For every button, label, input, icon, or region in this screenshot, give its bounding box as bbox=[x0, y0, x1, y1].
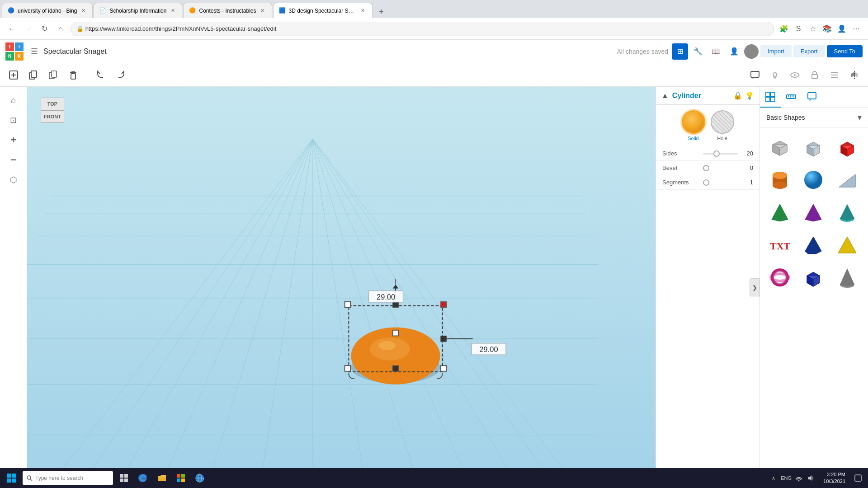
back-button[interactable]: ← bbox=[5, 23, 18, 35]
shapes-header: Basic Shapes ▾ bbox=[760, 108, 868, 127]
notes-tab[interactable] bbox=[802, 87, 822, 108]
rulers-tab[interactable] bbox=[781, 87, 802, 108]
clock[interactable]: 3:20 PM 10/3/2021 bbox=[821, 471, 848, 485]
tab-3[interactable]: 🟠 Contests - Instructables ✕ bbox=[183, 3, 272, 18]
favorites-icon[interactable]: ☆ bbox=[807, 23, 819, 35]
delete-button[interactable] bbox=[65, 67, 81, 83]
taskbar-edge-icon[interactable] bbox=[135, 470, 151, 486]
redo-button[interactable] bbox=[113, 67, 129, 83]
panel-collapse-icon[interactable]: ▲ bbox=[661, 92, 669, 100]
hole-shape-option[interactable]: Hole bbox=[711, 110, 734, 141]
view-cube[interactable]: TOP FRONT bbox=[34, 94, 71, 130]
shapes-dropdown[interactable]: ▾ bbox=[858, 113, 862, 122]
tinkercad-logo[interactable]: T I N K bbox=[5, 42, 24, 61]
tab-2-close[interactable]: ✕ bbox=[169, 7, 176, 14]
shape-pyramid-green[interactable] bbox=[765, 198, 794, 227]
taskbar-explorer-icon[interactable] bbox=[154, 470, 170, 486]
lock-icon[interactable]: 🔒 bbox=[733, 91, 742, 100]
undo-button[interactable] bbox=[93, 67, 109, 83]
sides-slider[interactable] bbox=[703, 153, 738, 155]
view-cube-top[interactable]: TOP bbox=[41, 98, 64, 110]
copy-button[interactable] bbox=[25, 67, 42, 83]
svg-rect-4 bbox=[31, 71, 37, 77]
light-button[interactable] bbox=[767, 67, 783, 83]
viewport[interactable]: 29.00 29.00 TOP FRONT Edit Grid Snap Gri… bbox=[27, 87, 656, 488]
address-bar[interactable]: 🔒 https://www.tinkercad.com/things/2PmNX… bbox=[71, 22, 774, 36]
lock-button[interactable] bbox=[807, 67, 823, 83]
panel-chevron[interactable]: ❯ bbox=[750, 278, 760, 296]
mirror-button[interactable] bbox=[846, 67, 863, 83]
fit-view-icon[interactable]: ⊡ bbox=[5, 112, 22, 128]
reload-button[interactable]: ↻ bbox=[38, 23, 51, 35]
taskbar-browser2-icon[interactable] bbox=[192, 470, 208, 486]
solid-shape-option[interactable]: Solid bbox=[682, 110, 705, 141]
profile-icon[interactable]: S bbox=[792, 23, 805, 35]
tray-network-icon[interactable] bbox=[793, 473, 804, 483]
collections-icon[interactable]: 📚 bbox=[821, 23, 834, 35]
forward-button[interactable]: → bbox=[22, 23, 34, 35]
new-tab-button[interactable]: + bbox=[375, 5, 388, 18]
shape-sphere[interactable] bbox=[799, 165, 828, 194]
start-button[interactable] bbox=[4, 470, 20, 486]
tab-3-close[interactable]: ✕ bbox=[259, 7, 266, 14]
duplicate-button[interactable] bbox=[45, 67, 61, 83]
user-avatar[interactable] bbox=[744, 44, 759, 59]
export-button[interactable]: Export bbox=[793, 45, 825, 57]
shape-pyramid-purple[interactable] bbox=[799, 198, 828, 227]
taskbar-view-icon[interactable] bbox=[116, 470, 132, 486]
extensions-icon[interactable]: 🧩 bbox=[778, 23, 790, 35]
settings-icon[interactable]: ⋯ bbox=[850, 23, 863, 35]
shape-cone-gray[interactable] bbox=[833, 263, 862, 292]
zoom-in-icon[interactable]: + bbox=[5, 132, 22, 148]
hole-shape-icon[interactable] bbox=[711, 110, 734, 134]
menu-icon[interactable]: ☰ bbox=[31, 47, 38, 56]
segments-circle[interactable] bbox=[703, 179, 709, 186]
wrench-button[interactable]: 🔧 bbox=[690, 43, 706, 60]
tray-expand-icon[interactable]: ∧ bbox=[768, 473, 779, 483]
zoom-out-icon[interactable]: − bbox=[5, 152, 22, 168]
sides-slider-thumb[interactable] bbox=[713, 150, 720, 157]
align-button[interactable] bbox=[826, 67, 843, 83]
taskbar-store-icon[interactable] bbox=[173, 470, 189, 486]
bulb-icon[interactable]: 💡 bbox=[745, 91, 754, 100]
new-shape-button[interactable] bbox=[5, 67, 22, 83]
shape-cylinder[interactable] bbox=[765, 165, 794, 194]
shape-text[interactable]: TXT bbox=[765, 230, 794, 259]
tray-volume-icon[interactable] bbox=[806, 473, 817, 483]
taskbar-search-box[interactable] bbox=[23, 471, 113, 485]
tab-4-close[interactable]: ✕ bbox=[359, 7, 367, 14]
view-cube-front[interactable]: FRONT bbox=[41, 110, 64, 123]
perspective-icon[interactable]: ⬡ bbox=[5, 172, 22, 188]
home-view-icon[interactable]: ⌂ bbox=[5, 92, 22, 108]
grid-view-button[interactable]: ⊞ bbox=[672, 43, 688, 60]
hide-button[interactable] bbox=[787, 67, 803, 83]
tab-4[interactable]: 🟦 3D design Spectacular Snaget | ✕ bbox=[273, 3, 373, 18]
shape-cube-red[interactable] bbox=[833, 133, 862, 162]
import-button[interactable]: Import bbox=[760, 45, 792, 57]
svg-rect-8 bbox=[751, 71, 759, 77]
shape-cone-teal[interactable] bbox=[833, 198, 862, 227]
send-to-button[interactable]: Send To bbox=[827, 45, 863, 57]
notification-button[interactable] bbox=[852, 472, 864, 484]
shape-torus[interactable] bbox=[765, 263, 794, 292]
taskbar-search-input[interactable] bbox=[35, 475, 108, 481]
shape-box[interactable] bbox=[765, 133, 794, 162]
shape-wedge[interactable] bbox=[833, 165, 862, 194]
home-button[interactable]: ⌂ bbox=[54, 23, 67, 35]
bevel-circle[interactable] bbox=[703, 165, 709, 171]
tray-lang-icon[interactable]: ENG bbox=[781, 473, 792, 483]
tab-1-close[interactable]: ✕ bbox=[80, 7, 87, 14]
shape-prism[interactable] bbox=[799, 230, 828, 259]
user-profile-icon[interactable]: 👤 bbox=[835, 23, 848, 35]
shape-triangle[interactable] bbox=[833, 230, 862, 259]
shape-box-alt[interactable] bbox=[799, 133, 828, 162]
add-user-button[interactable]: 👤 bbox=[726, 43, 742, 60]
solid-shape-icon[interactable] bbox=[682, 110, 705, 134]
shape-box-navy[interactable] bbox=[799, 263, 828, 292]
svg-rect-121 bbox=[124, 474, 128, 478]
comment-button[interactable] bbox=[747, 67, 763, 83]
shapes-grid-tab[interactable] bbox=[760, 87, 781, 108]
tab-2[interactable]: 📄 Scholarship Information ✕ bbox=[94, 3, 182, 18]
tab-1[interactable]: 🔵 university of idaho - Bing ✕ bbox=[2, 3, 93, 18]
book-button[interactable]: 📖 bbox=[708, 43, 724, 60]
